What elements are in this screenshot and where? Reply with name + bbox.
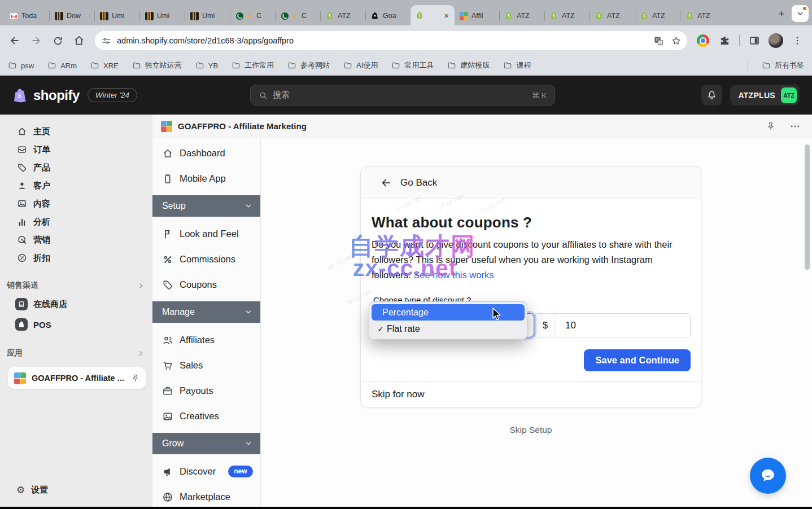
- site-settings-icon[interactable]: [102, 36, 111, 46]
- bookmark-folder-item[interactable]: 课程: [503, 60, 531, 71]
- forward-button[interactable]: [27, 32, 45, 50]
- home-button[interactable]: [70, 32, 88, 50]
- bookmark-folder-item[interactable]: 建站模版: [447, 60, 490, 71]
- sidebar-item-item[interactable]: 分析: [0, 213, 152, 231]
- folder-icon: [90, 61, 99, 70]
- scrollbar-thumb[interactable]: [805, 144, 810, 270]
- browser-tab-active[interactable]: ×: [411, 5, 455, 25]
- bookmark-folder-item[interactable]: 工作常用: [232, 60, 274, 71]
- sidebar-item-item[interactable]: 折扣: [0, 249, 152, 267]
- browser-tab[interactable]: Umi: [140, 6, 185, 25]
- extensions-icon[interactable]: [715, 32, 734, 50]
- app-nav-item-discover[interactable]: Discovernew: [152, 459, 260, 484]
- pin-icon[interactable]: [766, 121, 776, 131]
- browser-tab[interactable]: ☛C: [276, 6, 320, 25]
- browser-menu-icon[interactable]: [788, 32, 806, 50]
- browser-tab[interactable]: Umi: [95, 6, 139, 25]
- browser-tab[interactable]: ☛C: [230, 6, 275, 25]
- sidebar-channel-item[interactable]: 在线商店: [0, 294, 152, 314]
- app-nav-item-look-and-feel[interactable]: Look and Feel: [152, 221, 260, 247]
- bookmark-folder-psw[interactable]: psw: [8, 60, 34, 71]
- apps-header[interactable]: 应用: [0, 345, 152, 362]
- bookmark-star-icon[interactable]: [671, 36, 682, 46]
- bookmark-folder-ai[interactable]: AI使用: [343, 60, 378, 71]
- folder-icon: [287, 61, 296, 70]
- app-main: zx-cc.net zx-cc.net zx-cc.net zx-cc.net …: [261, 138, 812, 507]
- app-nav-section-setup[interactable]: Setup: [152, 195, 260, 217]
- bookmark-folder-xre[interactable]: XRE: [90, 60, 119, 71]
- bell-icon: [706, 90, 717, 100]
- skip-for-now-button[interactable]: Skip for now: [361, 381, 701, 407]
- app-nav-item-marketplace[interactable]: Marketplace: [152, 484, 260, 507]
- sidebar-item-item[interactable]: 主页: [0, 122, 152, 141]
- pin-icon[interactable]: [130, 374, 140, 383]
- browser-tab[interactable]: Goa: [366, 6, 411, 25]
- global-search[interactable]: 搜索 ⌘ K: [250, 85, 555, 106]
- tab-search-button[interactable]: [792, 5, 809, 22]
- app-nav-item-creatives[interactable]: Creatives: [152, 403, 260, 429]
- app-menu-dots-icon[interactable]: [789, 121, 801, 132]
- sidebar-item-item[interactable]: 订单: [0, 141, 152, 159]
- version-badge[interactable]: Winter '24: [88, 88, 137, 102]
- sidebar-item-item[interactable]: 内容: [0, 195, 152, 213]
- chat-widget-button[interactable]: [750, 458, 786, 494]
- bookmark-folder-item[interactable]: 参考网站: [287, 60, 330, 71]
- app-nav-item-dashboard[interactable]: Dashboard: [152, 141, 260, 166]
- browser-tab[interactable]: Affil: [455, 6, 499, 25]
- dropdown-option-flat-rate[interactable]: ✓ Flat rate: [372, 321, 525, 337]
- browser-tab[interactable]: ATZ: [680, 6, 725, 25]
- tab-label: ATZ: [697, 12, 721, 20]
- url-bar[interactable]: admin.shopify.com/store/2d1c68-3/apps/go…: [95, 31, 687, 50]
- browser-tab[interactable]: ATZ: [321, 6, 365, 25]
- app-nav-item-sales[interactable]: Sales: [152, 353, 260, 378]
- coupons-setup-dialog: Go Back What about coupons ? Do you want…: [360, 166, 701, 407]
- sidebar-channel-pos[interactable]: POS: [0, 314, 152, 335]
- sidebar-item-goaffpro[interactable]: GOAFFPRO - Affiliate ...: [8, 367, 146, 389]
- sidebar-item-item[interactable]: 营销: [0, 231, 152, 249]
- browser-tab[interactable]: ATZ: [545, 6, 590, 25]
- chrome-colors-icon[interactable]: [694, 32, 712, 50]
- bookmark-folder-item[interactable]: 独立站运营: [132, 60, 182, 71]
- app-nav-item-mobile-app[interactable]: Mobile App: [152, 166, 260, 191]
- all-bookmarks-button[interactable]: 所有书签: [762, 60, 804, 71]
- shopify-favicon-icon: [595, 11, 604, 20]
- app-nav-item-commissions[interactable]: Commissions: [152, 247, 260, 272]
- sidebar-item-item[interactable]: 产品: [0, 159, 152, 177]
- back-button[interactable]: [6, 32, 24, 50]
- new-tab-button[interactable]: +: [774, 6, 789, 22]
- profile-avatar[interactable]: [767, 32, 785, 50]
- see-how-this-works-link[interactable]: See how this works: [413, 270, 494, 280]
- sales-channels-header[interactable]: 销售渠道: [0, 277, 152, 294]
- bookmark-folder-yb[interactable]: YB: [195, 60, 218, 71]
- go-back-button[interactable]: Go Back: [361, 167, 701, 199]
- tab-close-icon[interactable]: ×: [443, 11, 450, 20]
- account-menu[interactable]: ATZPLUS ATZ: [730, 85, 800, 106]
- translate-icon[interactable]: G文: [653, 36, 664, 46]
- blackbag-favicon-icon: [370, 11, 379, 20]
- reload-button[interactable]: [49, 32, 67, 50]
- coupon-amount-input[interactable]: [556, 314, 690, 337]
- app-nav-section-manage[interactable]: Manage: [152, 301, 260, 323]
- content-icon: [16, 199, 27, 209]
- skip-setup-link[interactable]: Skip Setup: [360, 425, 701, 435]
- bookmark-folder-arm[interactable]: ARm: [47, 60, 77, 71]
- browser-tab[interactable]: ATZ: [590, 6, 635, 25]
- browser-tab[interactable]: Toda: [5, 6, 49, 25]
- save-and-continue-button[interactable]: Save and Continue: [584, 349, 691, 371]
- app-nav-section-grow[interactable]: Grow: [152, 433, 260, 454]
- topbar-right: ATZPLUS ATZ: [701, 85, 800, 106]
- bookmark-folder-item[interactable]: 常用工具: [391, 60, 434, 71]
- url-text[interactable]: admin.shopify.com/store/2d1c68-3/apps/go…: [117, 36, 647, 45]
- app-nav-item-coupons[interactable]: Coupons: [152, 272, 260, 297]
- app-nav-item-payouts[interactable]: Payouts: [152, 378, 260, 403]
- notifications-button[interactable]: [701, 85, 722, 106]
- dialog-title: What about coupons ?: [372, 214, 690, 231]
- browser-tab[interactable]: ATZ: [635, 6, 680, 25]
- sidebar-item-settings[interactable]: ⚙ 设置: [0, 481, 152, 499]
- sidebar-item-item[interactable]: 客户: [0, 177, 152, 195]
- browser-tab[interactable]: Umi: [185, 6, 230, 25]
- app-nav-item-affiliates[interactable]: Affiliates: [152, 327, 260, 353]
- browser-tab[interactable]: Dow: [50, 6, 94, 25]
- side-panel-icon[interactable]: [745, 32, 763, 50]
- browser-tab[interactable]: ATZ: [500, 6, 544, 25]
